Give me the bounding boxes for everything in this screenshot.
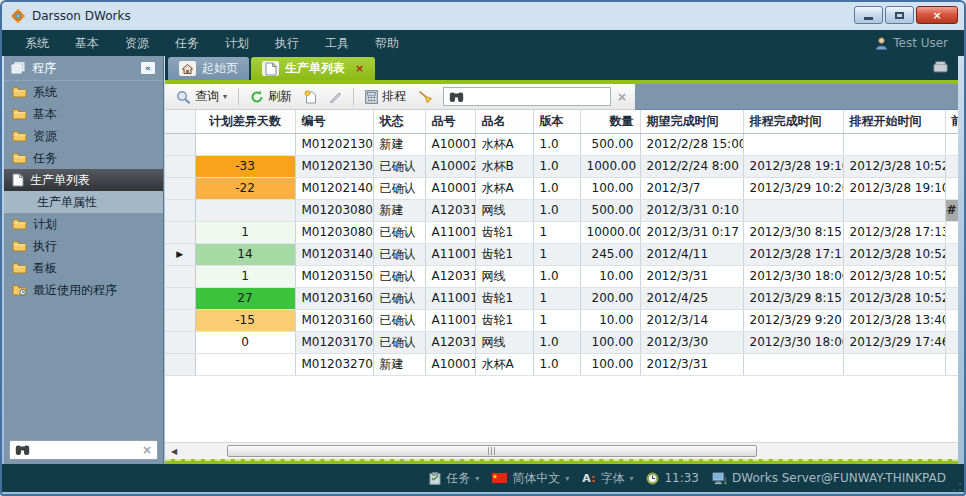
column-header-前[interactable]: 前: [945, 110, 958, 133]
close-icon: ×: [932, 9, 941, 22]
column-header-期望完成时间[interactable]: 期望完成时间: [640, 110, 743, 133]
menu-item-帮助[interactable]: 帮助: [362, 30, 412, 56]
close-button[interactable]: ×: [916, 6, 958, 24]
column-header-计划差异天数[interactable]: 计划差异天数: [195, 110, 295, 133]
table-row-M012032701[interactable]: M012032701新建A10001水杯A1.0100.002012/3/31: [165, 353, 958, 375]
row-marker: [165, 177, 195, 199]
sidebar-item-资源[interactable]: 资源: [4, 125, 163, 147]
sidebar-filter-input[interactable]: [35, 442, 137, 458]
cell-expected-time: 2012/3/14: [640, 309, 743, 331]
edit-button[interactable]: [324, 88, 347, 105]
tab-起始页[interactable]: 起始页: [168, 57, 249, 80]
sidebar-item-生产单列表[interactable]: 生产单列表: [4, 169, 163, 191]
menu-item-执行[interactable]: 执行: [262, 30, 312, 56]
column-header-数量[interactable]: 数量: [580, 110, 640, 133]
table-row-M012031602[interactable]: -15M012031602已确认A11001齿轮1110.002012/3/14…: [165, 309, 958, 331]
user-indicator[interactable]: Test User: [875, 36, 954, 50]
new-document-button[interactable]: [299, 88, 322, 106]
table-row-M012031402[interactable]: ▶14M012031402已确认A11001齿轮11245.002012/4/1…: [165, 243, 958, 265]
query-button[interactable]: 查询 ▾: [171, 86, 232, 107]
table-row-M012021302[interactable]: -33M012021302已确认A10002水杯B1.01000.002012/…: [165, 155, 958, 177]
sidebar-item-label: 最近使用的程序: [33, 282, 117, 299]
table-search-input[interactable]: [469, 89, 605, 105]
cell-code: M012021401: [295, 177, 373, 199]
scrollbar-thumb[interactable]: [227, 445, 757, 457]
menu-item-资源[interactable]: 资源: [112, 30, 162, 56]
binoculars-icon: [449, 91, 464, 103]
menu-item-系统[interactable]: 系统: [12, 30, 62, 56]
cell-item-name: 水杯A: [475, 353, 533, 375]
menu-item-任务[interactable]: 任务: [162, 30, 212, 56]
sidebar-item-基本[interactable]: 基本: [4, 103, 163, 125]
maximize-button[interactable]: [885, 6, 914, 24]
table-search-clear-icon[interactable]: ×: [617, 91, 627, 103]
clear-button[interactable]: [413, 88, 438, 106]
sidebar-collapse-button[interactable]: «: [140, 61, 156, 75]
column-header-排程完成时间[interactable]: 排程完成时间: [743, 110, 843, 133]
sidebar-items: 系统基本资源任务生产单列表生产单属性计划执行看板最近使用的程序: [4, 81, 163, 301]
status-字体[interactable]: A:字体▾: [582, 470, 633, 487]
new-document-icon: [304, 90, 317, 104]
cell-item-no: A10001: [425, 353, 475, 375]
menu-item-工具[interactable]: 工具: [312, 30, 362, 56]
table-row-M012030801[interactable]: M012030801新建A12031网线1.0500.002012/3/31 0…: [165, 199, 958, 221]
titlebar: Darsson DWorks ×: [2, 2, 964, 30]
folder-icon: [12, 130, 27, 142]
sidebar-item-最近使用的程序[interactable]: 最近使用的程序: [4, 279, 163, 301]
folder-icon: [12, 152, 27, 164]
row-marker: [165, 155, 195, 177]
status-简体中文[interactable]: 简体中文▾: [492, 470, 569, 487]
table-row-M012021401[interactable]: -22M012021401已确认A10001水杯A1.0100.002012/3…: [165, 177, 958, 199]
column-header-编号[interactable]: 编号: [295, 110, 373, 133]
folder-icon: [12, 86, 27, 98]
cell-sched-start-time: [843, 353, 945, 375]
menu-item-计划[interactable]: 计划: [212, 30, 262, 56]
column-header-品号[interactable]: 品号: [425, 110, 475, 133]
minimize-button[interactable]: [854, 6, 883, 24]
chevron-down-icon: ▾: [565, 474, 569, 483]
table-row-M012021301[interactable]: M012021301新建A10001水杯A1.0500.002012/2/28 …: [165, 133, 958, 155]
schedule-button[interactable]: 排程: [360, 86, 411, 107]
sidebar-filter-clear-icon[interactable]: ×: [142, 444, 152, 456]
tab-生产单列表[interactable]: 生产单列表×: [251, 57, 375, 80]
tab-label: 生产单列表: [285, 60, 345, 77]
sidebar-item-系统[interactable]: 系统: [4, 81, 163, 103]
column-header-marker: [165, 110, 195, 133]
sidebar-item-看板[interactable]: 看板: [4, 257, 163, 279]
programs-icon: [11, 62, 25, 74]
scroll-left-icon[interactable]: ◀: [167, 445, 181, 458]
sidebar-item-生产单属性[interactable]: 生产单属性: [4, 191, 163, 213]
status-DWorks Server@FUNWAY-THINKPAD[interactable]: DWorks Server@FUNWAY-THINKPAD: [712, 471, 946, 485]
table-row-M012031601[interactable]: 27M012031601已确认A11001齿轮11200.002012/4/25…: [165, 287, 958, 309]
table-row-M012030802[interactable]: 1M012030802已确认A11001齿轮1110000.002012/3/3…: [165, 221, 958, 243]
column-header-版本[interactable]: 版本: [533, 110, 580, 133]
status-11:33[interactable]: 11:33: [646, 471, 699, 485]
cell-qty: 100.00: [580, 353, 640, 375]
dock-panel-icon[interactable]: [933, 61, 949, 73]
sidebar-header: 程序 «: [4, 56, 163, 81]
table-row-M012031501[interactable]: 1M012031501已确认A12031网线1.010.002012/3/312…: [165, 265, 958, 287]
cell-qty: 10000.00: [580, 221, 640, 243]
refresh-button[interactable]: 刷新: [245, 86, 297, 107]
cell-overflow: [945, 155, 958, 177]
resize-grip[interactable]: [953, 483, 961, 491]
menubar: 系统基本资源任务计划执行工具帮助 Test User: [2, 30, 964, 56]
row-marker: [165, 221, 195, 243]
sidebar-item-执行[interactable]: 执行: [4, 235, 163, 257]
table-row-M012031701[interactable]: 0M012031701已确认A12031网线1.0100.002012/3/30…: [165, 331, 958, 353]
sidebar-item-计划[interactable]: 计划: [4, 213, 163, 235]
cell-qty: 245.00: [580, 243, 640, 265]
cell-sched-start-time: 2012/3/29 17:46: [843, 331, 945, 353]
column-header-品名[interactable]: 品名: [475, 110, 533, 133]
horizontal-scrollbar[interactable]: ◀: [165, 442, 958, 459]
sidebar-item-label: 生产单列表: [30, 172, 90, 189]
menu-item-基本[interactable]: 基本: [62, 30, 112, 56]
header-row: 计划差异天数编号状态品号品名版本数量期望完成时间排程完成时间排程开始时间前: [165, 110, 958, 133]
tab-close-icon[interactable]: ×: [355, 62, 364, 75]
column-header-排程开始时间[interactable]: 排程开始时间: [843, 110, 945, 133]
status-任务[interactable]: 任务▾: [429, 470, 479, 487]
column-header-状态[interactable]: 状态: [373, 110, 425, 133]
sidebar-item-任务[interactable]: 任务: [4, 147, 163, 169]
row-marker: [165, 331, 195, 353]
cell-sched-end-time: 2012/3/29 8:15: [743, 287, 843, 309]
